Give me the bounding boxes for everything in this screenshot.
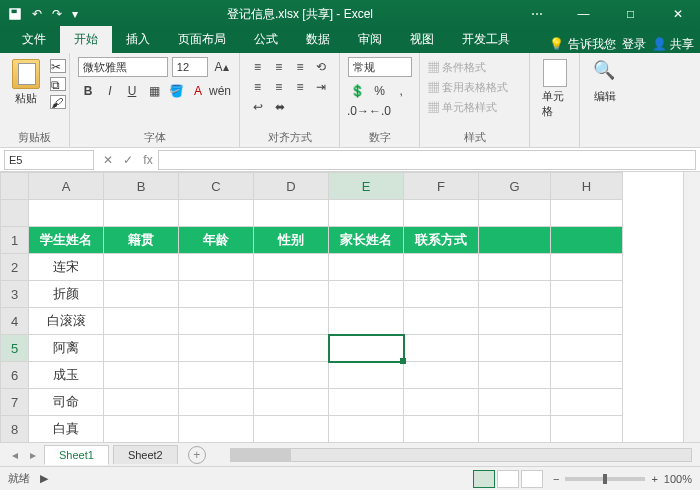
cell[interactable] [329,308,404,335]
currency-icon[interactable]: 💲 [348,81,368,101]
cell[interactable] [479,227,551,254]
add-sheet-icon[interactable]: + [188,446,206,464]
cell[interactable] [104,308,179,335]
redo-icon[interactable]: ↷ [52,7,62,21]
cell[interactable] [551,389,623,416]
cell[interactable] [104,200,179,227]
cell[interactable] [104,389,179,416]
orientation-icon[interactable]: ⟲ [312,57,331,77]
cell[interactable] [179,389,254,416]
worksheet[interactable]: ABCDEFGH1学生姓名籍贯年龄性别家长姓名联系方式2连宋3折颜4白滚滚5阿离… [0,172,700,442]
cell[interactable] [551,362,623,389]
cell[interactable] [551,254,623,281]
col-header[interactable]: H [551,173,623,200]
cell[interactable] [179,254,254,281]
cell[interactable] [404,254,479,281]
col-header[interactable]: C [179,173,254,200]
row-header[interactable]: 7 [1,389,29,416]
font-name-combo[interactable]: 微软雅黑 [78,57,168,77]
row-header[interactable]: 6 [1,362,29,389]
cell[interactable]: 白滚滚 [29,308,104,335]
cell[interactable] [29,200,104,227]
cancel-icon[interactable]: ✕ [98,153,118,167]
tab-nav-next-icon[interactable]: ▸ [26,448,40,462]
macro-icon[interactable]: ▶ [40,472,48,485]
col-header[interactable]: A [29,173,104,200]
cell[interactable] [479,281,551,308]
copy-icon[interactable]: ⧉ [50,77,66,91]
cell[interactable] [329,335,404,362]
cell[interactable] [329,362,404,389]
cell[interactable] [179,200,254,227]
row-header[interactable]: 8 [1,416,29,443]
italic-button[interactable]: I [100,81,120,101]
cell[interactable]: 成玉 [29,362,104,389]
undo-icon[interactable]: ↶ [32,7,42,21]
cell-style-button[interactable]: ▦ 单元格样式 [428,97,521,117]
tab-review[interactable]: 审阅 [344,26,396,53]
view-break-icon[interactable] [521,470,543,488]
align-bot-icon[interactable]: ≡ [291,57,310,77]
tab-dev[interactable]: 开发工具 [448,26,524,53]
paste-button[interactable]: 粘贴 [8,57,44,108]
cell[interactable] [179,335,254,362]
phonetic-icon[interactable]: wén [210,81,230,101]
cell[interactable]: 司命 [29,389,104,416]
row-header[interactable] [1,200,29,227]
cell[interactable] [179,362,254,389]
tab-home[interactable]: 开始 [60,26,112,53]
view-normal-icon[interactable] [473,470,495,488]
row-header[interactable]: 3 [1,281,29,308]
tab-file[interactable]: 文件 [8,26,60,53]
border-icon[interactable]: ▦ [144,81,164,101]
percent-icon[interactable]: % [370,81,390,101]
cell[interactable] [551,200,623,227]
cell[interactable] [479,416,551,443]
align-right-icon[interactable]: ≡ [291,77,310,97]
cell[interactable] [404,389,479,416]
cell[interactable] [479,335,551,362]
font-color-icon[interactable]: A [188,81,208,101]
zoom-level[interactable]: 100% [664,473,692,485]
login-link[interactable]: 登录 [622,36,646,53]
cell[interactable] [104,362,179,389]
cell[interactable] [104,416,179,443]
minimize-icon[interactable]: — [561,0,606,28]
cell[interactable] [551,227,623,254]
cell[interactable] [329,254,404,281]
cell[interactable]: 年龄 [179,227,254,254]
cell[interactable]: 联系方式 [404,227,479,254]
align-left-icon[interactable]: ≡ [248,77,267,97]
editing-button[interactable]: 🔍编辑 [588,57,622,106]
tab-formula[interactable]: 公式 [240,26,292,53]
tab-layout[interactable]: 页面布局 [164,26,240,53]
name-box[interactable]: E5 [4,150,94,170]
indent-icon[interactable]: ⇥ [312,77,331,97]
cell[interactable] [104,281,179,308]
cell[interactable]: 家长姓名 [329,227,404,254]
grow-font-icon[interactable]: A▴ [212,57,231,77]
maximize-icon[interactable]: □ [608,0,653,28]
cell[interactable] [254,254,329,281]
select-all[interactable] [1,173,29,200]
share-button[interactable]: 👤 共享 [652,36,694,53]
cell[interactable] [254,335,329,362]
format-painter-icon[interactable]: 🖌 [50,95,66,109]
vertical-scrollbar[interactable] [683,172,700,442]
cell[interactable]: 白真 [29,416,104,443]
font-size-combo[interactable]: 12 [172,57,208,77]
cell[interactable] [104,254,179,281]
cell[interactable] [104,335,179,362]
cell[interactable]: 连宋 [29,254,104,281]
view-layout-icon[interactable] [497,470,519,488]
align-top-icon[interactable]: ≡ [248,57,267,77]
enter-icon[interactable]: ✓ [118,153,138,167]
cell[interactable] [551,308,623,335]
ribbon-options-icon[interactable]: ⋯ [514,0,559,28]
cell[interactable] [404,362,479,389]
cell[interactable] [179,416,254,443]
cell[interactable]: 籍贯 [104,227,179,254]
cell[interactable] [479,200,551,227]
tab-data[interactable]: 数据 [292,26,344,53]
horizontal-scrollbar[interactable] [230,448,692,462]
